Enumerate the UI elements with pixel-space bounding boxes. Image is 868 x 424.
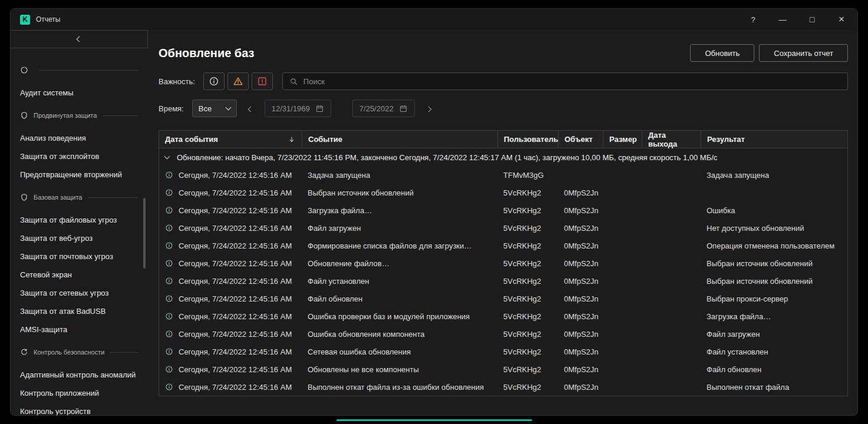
event-date-cell: Сегодня, 7/24/2022 12:45:16 AM [159,325,302,343]
search-input[interactable] [303,77,841,86]
column-header-release-date[interactable]: Дата выхода [642,131,701,148]
minimize-button[interactable]: — [776,12,789,26]
object-cell: 0MfpS2Jn [558,254,603,272]
size-cell [603,290,642,307]
sidebar-item[interactable]: Защита от почтовых угроз [11,247,148,266]
section-divider [88,197,139,198]
size-cell [603,307,642,325]
sidebar-item[interactable]: Защита от атак BadUSB [11,302,148,320]
info-icon [165,383,173,391]
app-window: K Отчеты ? — □ × [10,8,858,416]
release-date-cell [642,201,701,219]
search-box [282,72,848,90]
user-cell: 5VcRKHg2 [497,360,558,378]
table-row[interactable]: Сегодня, 7/24/2022 12:45:16 AM Ошибка пр… [159,307,847,325]
time-filter-row: Время: Все 12/31/1969 [159,100,848,117]
size-cell [603,254,642,272]
table-row[interactable]: Сегодня, 7/24/2022 12:45:16 AM Обновлены… [159,360,847,378]
sidebar-item-label: Контроль безопасности [34,349,104,356]
sidebar-item[interactable]: Защита от веб-угроз [11,229,148,247]
event-cell: Файл загружен [302,219,497,237]
maximize-button[interactable]: □ [806,12,819,26]
severity-warning-button[interactable] [227,72,249,90]
result-cell: Выбран источник обновлений [701,272,847,290]
sidebar-item[interactable]: Адаптивный контроль аномалий [11,366,148,384]
user-cell: 5VcRKHg2 [497,290,558,307]
table-row[interactable]: Сегодня, 7/24/2022 12:45:16 AM Ошибка об… [159,325,847,343]
event-date-cell: Сегодня, 7/24/2022 12:45:16 AM [159,272,302,290]
sidebar-item[interactable]: Контроль приложений [11,384,148,402]
security-control-icon [20,348,28,356]
info-icon [165,206,173,214]
desktop-background: K Отчеты ? — □ × [0,0,868,424]
size-cell [603,219,642,237]
severity-info-button[interactable] [203,72,225,90]
sidebar-item-label: Базовая защита [34,194,82,201]
table-row[interactable]: Сегодня, 7/24/2022 12:45:16 AM Выполнен … [159,378,847,396]
sidebar-item[interactable]: AMSI-защита [11,320,148,339]
user-cell: 5VcRKHg2 [497,184,558,201]
info-icon [165,277,173,285]
user-cell: TFMvM3gG [497,166,558,184]
chevron-left-icon [247,106,253,112]
sidebar-item-label: Защита от почтовых угроз [20,252,113,261]
table-row[interactable]: Сегодня, 7/24/2022 12:45:16 AM Обновлени… [159,254,847,272]
column-header-object[interactable]: Объект [558,131,603,148]
date-from-field[interactable]: 12/31/1969 [265,100,331,117]
save-report-button[interactable]: Сохранить отчет [759,44,848,62]
result-cell: Файл обновлен [701,360,847,378]
size-cell [603,343,642,360]
release-date-cell [642,307,701,325]
shield-icon [20,111,28,120]
table-row[interactable]: Сегодня, 7/24/2022 12:45:16 AM Формирова… [159,237,847,254]
table-row[interactable]: Сегодня, 7/24/2022 12:45:16 AM Задача за… [159,166,847,184]
events-table: Дата события Событие Пользователь Объект… [159,130,848,396]
event-cell: Выполнен откат файла из-за ошибки обновл… [302,378,497,396]
sidebar-item-label: Аудит системы [20,88,74,97]
sidebar-item[interactable]: Анализ поведения [11,129,148,147]
sidebar-item[interactable]: Защита от сетевых угроз [11,284,148,302]
table-row[interactable]: Сегодня, 7/24/2022 12:45:16 AM Сетевая о… [159,343,847,360]
release-date-cell [642,290,701,307]
event-date-cell: Сегодня, 7/24/2022 12:45:16 AM [159,166,302,184]
previous-period-button[interactable] [244,101,258,117]
sidebar-scrollbar[interactable] [143,198,146,269]
table-row[interactable]: Сегодня, 7/24/2022 12:45:16 AM Загрузка … [159,201,847,219]
sidebar-item[interactable]: Аудит системы [11,84,148,102]
refresh-button[interactable]: Обновить [690,44,754,62]
column-header-size[interactable]: Размер [603,131,642,148]
user-cell: 5VcRKHg2 [497,272,558,290]
table-row[interactable]: Сегодня, 7/24/2022 12:45:16 AM Файл уста… [159,272,847,290]
event-cell: Файл установлен [302,272,497,290]
sidebar-item[interactable]: Контроль устройств [11,402,148,415]
size-cell [603,201,642,219]
table-row[interactable]: Сегодня, 7/24/2022 12:45:16 AM Файл загр… [159,219,847,237]
sidebar-item[interactable]: Сетевой экран [11,266,148,284]
result-cell: Выполнен откат файла [701,378,847,396]
table-row[interactable]: Сегодня, 7/24/2022 12:45:16 AM Файл обно… [159,290,847,307]
release-date-cell [642,343,701,360]
column-header-event-date[interactable]: Дата события [159,131,302,148]
column-header-result[interactable]: Результат [701,131,847,148]
sidebar-item[interactable]: Предотвращение вторжений [11,165,148,184]
period-select-value: Все [199,104,212,113]
severity-critical-button[interactable] [252,72,273,90]
close-button[interactable]: × [835,12,848,26]
help-button[interactable]: ? [747,12,760,26]
sidebar-item[interactable]: Защита от файловых угроз [11,211,148,229]
next-period-button[interactable] [422,101,435,117]
sidebar-section: Контроль безопасности [11,339,148,366]
table-row[interactable]: Сегодня, 7/24/2022 12:45:16 AM Выбран ис… [159,184,847,201]
update-group-row[interactable]: Обновление: начато Вчера, 7/23/2022 11:4… [159,148,847,166]
sidebar-item-label: Защита от веб-угроз [20,234,93,243]
column-header-user[interactable]: Пользователь [497,131,558,148]
sidebar-collapse-button[interactable] [11,30,148,48]
importance-filter-row: Важность: [159,72,848,90]
sidebar: Аудит системы Продвинутая защита Анализ … [11,30,148,415]
sidebar-item[interactable]: Защита от эксплойтов [11,147,148,165]
object-cell: 0MfpS2Jn [558,307,603,325]
event-date-cell: Сегодня, 7/24/2022 12:45:16 AM [159,219,302,237]
date-to-field[interactable]: 7/25/2022 [352,100,415,117]
column-header-event[interactable]: Событие [302,131,497,148]
period-select[interactable]: Все [192,100,237,117]
